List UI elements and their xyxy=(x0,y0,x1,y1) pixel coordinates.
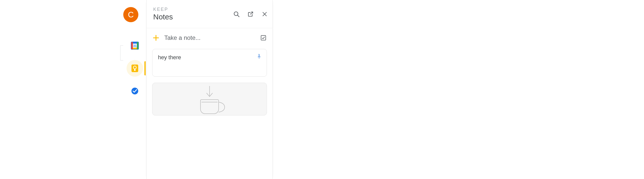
search-icon[interactable] xyxy=(233,10,240,18)
new-list-icon[interactable] xyxy=(260,34,267,41)
svg-line-12 xyxy=(237,15,239,17)
compose-placeholder: Take a note... xyxy=(164,34,260,41)
keep-panel: KEEP Notes xyxy=(146,0,273,179)
document-edge xyxy=(120,45,123,61)
avatar-letter: C xyxy=(128,10,134,19)
compose-row[interactable]: Take a note... xyxy=(147,28,272,47)
tasks-icon xyxy=(130,86,140,96)
notes-list: hey there xyxy=(147,47,272,115)
svg-rect-4 xyxy=(131,42,133,49)
pin-icon[interactable] xyxy=(256,53,262,60)
rail-item-calendar[interactable]: 31 xyxy=(124,34,145,57)
note-text: hey there xyxy=(158,54,181,61)
panel-header-actions xyxy=(233,10,268,18)
calendar-icon: 31 xyxy=(130,41,140,51)
close-icon[interactable] xyxy=(261,10,268,18)
svg-rect-9 xyxy=(134,70,136,71)
open-in-new-icon[interactable] xyxy=(247,10,254,18)
panel-eyebrow: KEEP xyxy=(153,7,173,12)
svg-rect-6 xyxy=(132,65,138,72)
rail-active-indicator xyxy=(144,61,146,75)
rail-item-tasks[interactable] xyxy=(124,80,145,102)
panel-header: KEEP Notes xyxy=(147,0,272,28)
svg-rect-18 xyxy=(261,36,266,40)
svg-text:31: 31 xyxy=(133,44,137,48)
note-card[interactable]: hey there xyxy=(152,49,267,77)
drawing-preview xyxy=(182,84,237,115)
note-card-drawing[interactable] xyxy=(152,83,267,115)
keep-icon xyxy=(130,63,140,73)
side-panel-rail: 31 xyxy=(124,28,145,179)
svg-line-13 xyxy=(250,12,253,14)
avatar[interactable]: C xyxy=(123,7,138,22)
svg-rect-8 xyxy=(134,69,136,70)
plus-icon xyxy=(152,34,160,42)
panel-title: Notes xyxy=(153,13,173,21)
svg-rect-3 xyxy=(137,42,138,49)
rail-item-keep[interactable] xyxy=(124,57,145,80)
